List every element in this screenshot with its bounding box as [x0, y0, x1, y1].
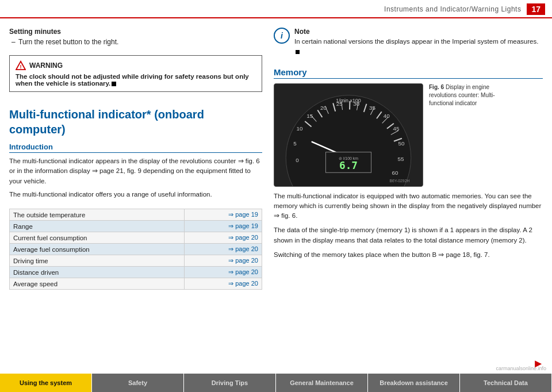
table-cell-ref: ⇒ page 20	[184, 232, 262, 244]
note-title: Note	[294, 28, 543, 36]
left-column: Setting minutes Turn the reset button to…	[9, 28, 262, 375]
note-text: In certain national versions the display…	[294, 37, 543, 57]
arrow-right-icon: ⇒ page 20	[228, 280, 258, 287]
svg-text:15: 15	[306, 113, 313, 119]
table-row: Current fuel consumption⇒ page 20	[10, 232, 262, 244]
introduction-subsection: Introduction The multi-functional indica…	[9, 143, 262, 203]
arrow-right-icon: ⇒ page 20	[228, 268, 258, 275]
info-table: The outside temperature⇒ page 19Range⇒ p…	[9, 209, 262, 290]
svg-text:55: 55	[397, 156, 404, 162]
footer-tab[interactable]: Driving Tips	[184, 374, 276, 392]
table-cell-ref: ⇒ page 20	[184, 278, 262, 290]
svg-text:6.7: 6.7	[339, 159, 358, 171]
svg-text:45: 45	[393, 125, 400, 132]
warning-header: ! WARNING	[16, 60, 256, 71]
table-row: Average fuel consumption⇒ page 20	[10, 244, 262, 255]
memory-section: Memory	[274, 67, 543, 265]
gauge-image: 0 5 10 15 20 25 30 35 40 45 50 55 60	[274, 83, 423, 187]
gauge-row: 0 5 10 15 20 25 30 35 40 45 50 55 60	[274, 83, 543, 187]
warning-label: WARNING	[29, 62, 63, 70]
svg-text:1/min x100: 1/min x100	[336, 97, 361, 103]
svg-text:60: 60	[392, 170, 398, 176]
note-icon: i	[274, 28, 290, 44]
memory-para3: Switching of the memory takes place when…	[274, 250, 543, 260]
stop-mark	[112, 82, 116, 86]
arrow-right-icon: ⇒ page 20	[228, 234, 258, 241]
chapter-title: Instruments and Indicator/Warning Lights	[384, 5, 521, 13]
table-row: The outside temperature⇒ page 19	[10, 209, 262, 221]
svg-text:35: 35	[369, 105, 375, 111]
multifunctional-section-title: Multi-functional indicator* (onboard com…	[9, 107, 262, 137]
table-row: Driving time⇒ page 20	[10, 255, 262, 267]
table-row: Average speed⇒ page 20	[10, 278, 262, 290]
note-stop-mark	[296, 50, 300, 54]
memory-para2: The data of the single-trip memory (memo…	[274, 225, 543, 245]
svg-text:5: 5	[293, 140, 297, 146]
table-cell-ref: ⇒ page 19	[184, 209, 262, 221]
intro-para2: The multi-functional indicator offers yo…	[9, 190, 262, 199]
page-header: Instruments and Indicator/Warning Lights…	[0, 0, 552, 18]
footer-tab[interactable]: Using the system	[0, 374, 92, 392]
warning-box: ! WARNING The clock should not be adjust…	[9, 55, 262, 92]
footer-tabs: Using the systemSafetyDriving TipsGenera…	[0, 374, 552, 392]
intro-para1: The multi-functional indicator appears i…	[9, 156, 262, 186]
table-cell-label: Average speed	[10, 278, 185, 290]
setting-minutes-heading: Setting minutes	[9, 28, 262, 36]
svg-text:0: 0	[296, 157, 299, 163]
memory-para1: The multi-functional indicator is equipp…	[274, 191, 543, 221]
table-cell-label: Distance driven	[10, 267, 185, 278]
warning-text: The clock should not be adjusted while d…	[16, 73, 256, 87]
table-cell-label: Driving time	[10, 255, 185, 267]
memory-heading: Memory	[274, 67, 543, 79]
svg-text:50: 50	[398, 140, 404, 146]
page-number: 17	[527, 3, 545, 15]
footer-tab[interactable]: Technical Data	[460, 374, 552, 392]
watermark: carmanualsonline.info	[496, 366, 546, 371]
table-row: Range⇒ page 19	[10, 221, 262, 232]
footer-tab[interactable]: Safety	[92, 374, 184, 392]
table-cell-ref: ⇒ page 20	[184, 244, 262, 255]
svg-text:!: !	[20, 64, 22, 70]
table-cell-ref: ⇒ page 20	[184, 255, 262, 267]
svg-text:10: 10	[296, 125, 302, 132]
table-cell-ref: ⇒ page 19	[184, 221, 262, 232]
footer-tab[interactable]: Breakdown assistance	[368, 374, 460, 392]
footer-tab[interactable]: General Maintenance	[276, 374, 368, 392]
arrow-right-icon: ⇒ page 20	[228, 245, 258, 252]
setting-minutes-instruction: Turn the reset button to the right.	[9, 38, 262, 46]
arrow-right-icon: ⇒ page 19	[228, 222, 258, 229]
arrow-right-icon: ⇒ page 20	[228, 257, 258, 264]
right-column: i Note In certain national versions the …	[274, 28, 543, 375]
fig-label: Fig. 6	[429, 84, 446, 90]
table-cell-label: The outside temperature	[10, 209, 185, 221]
warning-triangle-icon: !	[16, 60, 26, 71]
table-cell-label: Range	[10, 221, 185, 232]
svg-text:20: 20	[320, 105, 327, 111]
table-row: Distance driven⇒ page 20	[10, 267, 262, 278]
note-content: Note In certain national versions the di…	[294, 28, 543, 57]
multifunctional-heading: Multi-functional indicator* (onboard com…	[9, 107, 262, 137]
table-cell-label: Current fuel consumption	[10, 232, 185, 244]
setting-minutes-section: Setting minutes Turn the reset button to…	[9, 28, 262, 46]
note-box: i Note In certain national versions the …	[274, 28, 543, 57]
introduction-heading: Introduction	[9, 143, 262, 153]
svg-text:40: 40	[384, 113, 390, 119]
arrow-right-icon: ⇒ page 19	[228, 211, 258, 218]
table-cell-ref: ⇒ page 20	[184, 267, 262, 278]
figure-caption: Fig. 6 Display in engine revolutions cou…	[429, 83, 498, 107]
main-content: Setting minutes Turn the reset button to…	[0, 18, 552, 375]
svg-text:B6Y-0292H: B6Y-0292H	[389, 179, 409, 183]
table-cell-label: Average fuel consumption	[10, 244, 185, 255]
